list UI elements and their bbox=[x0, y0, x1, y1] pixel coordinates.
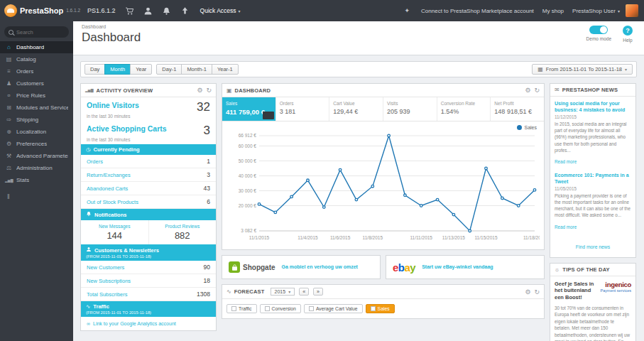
sidebar-item-orders[interactable]: ≡Orders bbox=[0, 65, 73, 77]
year-1-button[interactable]: Year-1 bbox=[212, 64, 239, 75]
svg-text:30 000 €: 30 000 € bbox=[239, 188, 257, 193]
traffic-title: Traffic bbox=[93, 303, 109, 310]
month-button[interactable]: Month bbox=[104, 64, 131, 75]
stat-label: New Subscriptions bbox=[87, 278, 131, 284]
news-article: Ecommerce 101: Payments in a Tweet 11/05… bbox=[555, 172, 631, 232]
day-button[interactable]: Day bbox=[84, 64, 105, 75]
header-controls: Demo mode ? Help bbox=[586, 26, 633, 43]
sidebar-search[interactable] bbox=[4, 26, 69, 38]
active-carts-link[interactable]: Active Shopping Carts bbox=[87, 124, 167, 133]
refresh-icon[interactable]: ↻ bbox=[534, 87, 540, 94]
forecast-legend-traffic[interactable]: Traffic bbox=[227, 304, 257, 313]
person-icon: ♟ bbox=[5, 80, 13, 87]
sidebar-item-advanced-parameters[interactable]: ⚒Advanced Parameters bbox=[0, 150, 73, 162]
prestashop-home-link[interactable]: PrestaShop 1.6.1.2 bbox=[4, 4, 80, 17]
gear-icon[interactable]: ⚙ bbox=[525, 288, 530, 296]
sidebar-item-price-rules[interactable]: ¤Price Rules bbox=[0, 90, 73, 102]
day-1-button[interactable]: Day-1 bbox=[156, 64, 182, 75]
google-analytics-link[interactable]: ∞ Link to your Google Analytics account bbox=[81, 317, 216, 330]
help-icon[interactable]: ? bbox=[623, 26, 633, 36]
new-subscriptions-row[interactable]: New Subscriptions18 bbox=[81, 274, 216, 288]
sidebar-item-label: Dashboard bbox=[16, 44, 44, 50]
kpi-value: 1.54% bbox=[441, 108, 487, 115]
forecast-year-select[interactable]: 2015 ▾ bbox=[271, 288, 295, 296]
product-reviews-cell[interactable]: Product Reviews 882 bbox=[148, 220, 217, 244]
online-visitors-link[interactable]: Online Visitors bbox=[87, 101, 139, 109]
forecast-legend-conversion[interactable]: Conversion bbox=[260, 304, 301, 313]
total-subscribers-row[interactable]: Total Subscribers1308 bbox=[81, 288, 216, 301]
customers-newsletters-title: Customers & Newsletters bbox=[94, 247, 159, 254]
forecast-prev-button[interactable]: « bbox=[299, 288, 309, 296]
pending-returns-row[interactable]: Return/Exchanges3 bbox=[81, 168, 216, 182]
forecast-next-button[interactable]: » bbox=[313, 288, 323, 296]
gear-icon[interactable]: ⚙ bbox=[197, 87, 202, 94]
svg-text:11/1/2015: 11/1/2015 bbox=[249, 235, 270, 240]
collapse-sidebar-button[interactable]: ‖ bbox=[7, 193, 73, 200]
new-messages-cell[interactable]: New Messages 144 bbox=[81, 220, 148, 244]
out-of-stock-row[interactable]: Out of Stock Products6 bbox=[81, 195, 216, 209]
quick-access-menu[interactable]: Quick Access ▾ bbox=[200, 7, 241, 14]
sidebar-item-shipping[interactable]: ⇨Shipping bbox=[0, 114, 73, 126]
person-icon[interactable] bbox=[143, 6, 153, 16]
list-icon: ≡ bbox=[5, 68, 13, 75]
forecast-legend-average-cart-value[interactable]: Average Cart Value bbox=[304, 304, 363, 313]
sidebar-item-preferences[interactable]: ⚙Preferences bbox=[0, 138, 73, 150]
news-article-title[interactable]: Using social media for your business: 4 … bbox=[555, 100, 631, 113]
notif-value: 882 bbox=[151, 230, 215, 241]
shopgate-link[interactable]: Ga mobiel en verhoog uw omzet bbox=[282, 264, 358, 270]
demo-mode-toggle[interactable] bbox=[589, 26, 608, 34]
gear-icon[interactable]: ⚙ bbox=[525, 87, 530, 94]
forecast-legend-sales[interactable]: Sales bbox=[366, 304, 395, 313]
svg-text:11/18/2015: 11/18/2015 bbox=[523, 235, 540, 240]
abandoned-carts-row[interactable]: Abandoned Carts43 bbox=[81, 182, 216, 195]
my-shop-link[interactable]: My shop bbox=[542, 8, 564, 14]
sidebar-item-catalog[interactable]: ▤Catalog bbox=[0, 53, 73, 65]
shopgate-module-card[interactable]: Shopgate Ga mobiel en verhoog uw omzet bbox=[222, 255, 381, 279]
kpi-visits-tab[interactable]: Visits 205 939 bbox=[383, 97, 437, 121]
kpi-net-profit-tab[interactable]: Net Profit 148 918,51 € bbox=[491, 97, 544, 121]
new-customers-row[interactable]: New Customers90 bbox=[81, 261, 216, 274]
sidebar-item-stats[interactable]: ▂▅▇Stats bbox=[0, 174, 73, 186]
date-range-button[interactable]: ▦ From 2015-11-01 To 2015-11-18 ▾ bbox=[532, 64, 633, 75]
topbar: PrestaShop 1.6.1.2 PS1.6.1.2 Quick Acces… bbox=[0, 0, 644, 21]
prestashop-logo-icon bbox=[4, 4, 17, 17]
kpi-conversion-rate-tab[interactable]: Conversion Rate 1.54% bbox=[437, 97, 491, 121]
sidebar-item-administration[interactable]: ⚖Administration bbox=[0, 162, 73, 174]
month-1-button[interactable]: Month-1 bbox=[181, 64, 212, 75]
kpi-orders-tab[interactable]: Orders 3 181 bbox=[276, 97, 330, 121]
find-more-news-link[interactable]: Find more news bbox=[576, 244, 610, 249]
marketplace-link[interactable]: Connect to PrestaShop Marketplace accoun… bbox=[421, 8, 534, 14]
sidebar-item-localization[interactable]: ⊕Localization bbox=[0, 126, 73, 138]
globe-icon: ⊕ bbox=[5, 129, 13, 135]
link-icon: ∞ bbox=[87, 321, 90, 326]
pending-orders-row[interactable]: Orders1 bbox=[81, 155, 216, 168]
cart-icon[interactable] bbox=[125, 6, 134, 16]
sidebar-item-dashboard[interactable]: ⌂Dashboard bbox=[0, 41, 73, 53]
news-article-title[interactable]: Ecommerce 101: Payments in a Tweet bbox=[555, 172, 631, 185]
checkbox-icon bbox=[371, 306, 376, 311]
kpi-label: Net Profit bbox=[494, 101, 540, 106]
ebay-module-card[interactable]: ebay Start uw eBay-winkel vandaag bbox=[386, 255, 545, 279]
kpi-value: 129,44 € bbox=[333, 108, 379, 115]
year-button[interactable]: Year bbox=[130, 64, 152, 75]
kpi-sales-tab[interactable]: Sales 411 759,00 € bbox=[222, 97, 276, 121]
launch-arrow-icon[interactable] bbox=[180, 6, 190, 16]
clock-icon: ◷ bbox=[86, 146, 91, 153]
kpi-cart-value-tab[interactable]: Cart Value 129,44 € bbox=[329, 97, 383, 121]
sidebar-item-customers[interactable]: ♟Customers bbox=[0, 77, 73, 90]
ebay-link[interactable]: Start uw eBay-winkel vandaag bbox=[422, 264, 493, 270]
user-avatar[interactable] bbox=[626, 4, 638, 17]
sidebar-item-modules-and-services[interactable]: ⊞Modules and Services bbox=[0, 102, 73, 114]
prestashop-news-panel: ✉ PRESTASHOP NEWS Using social media for… bbox=[550, 83, 636, 258]
svg-text:11/11/2015: 11/11/2015 bbox=[410, 235, 432, 240]
refresh-icon[interactable]: ↻ bbox=[206, 87, 212, 94]
page-header: Dashboard Dashboard Demo mode ? Help bbox=[73, 21, 644, 55]
read-more-link[interactable]: Read more bbox=[555, 159, 577, 164]
chevron-down-icon: ▾ bbox=[239, 9, 241, 13]
bell-icon[interactable] bbox=[162, 6, 171, 16]
notifications-grid: New Messages 144 Product Reviews 882 bbox=[81, 220, 216, 244]
read-more-link[interactable]: Read more bbox=[555, 224, 577, 229]
user-menu[interactable]: PrestaShop User ▾ bbox=[572, 8, 620, 14]
refresh-icon[interactable]: ↻ bbox=[534, 288, 540, 296]
search-input[interactable] bbox=[16, 29, 59, 36]
